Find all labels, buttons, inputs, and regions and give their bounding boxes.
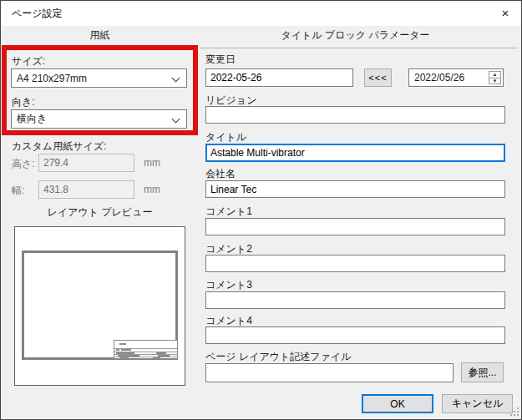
header-separator-right — [200, 48, 518, 48]
paper-size-select[interactable]: A4 210x297mm — [11, 68, 187, 88]
orientation-select[interactable]: 横向き — [11, 109, 187, 129]
comment3-input[interactable] — [205, 291, 505, 309]
comment1-label: コメント1 — [205, 205, 252, 219]
comment1-input[interactable] — [205, 218, 505, 235]
date-picker-value: 2022/05/26 — [414, 69, 464, 86]
header-separator-left — [6, 48, 196, 48]
orientation-label: 向き: — [12, 95, 35, 109]
width-unit-label: mm — [144, 184, 160, 195]
comment4-input[interactable] — [205, 326, 505, 344]
dialog-title: ページ設定 — [12, 1, 63, 26]
width-label: 幅: — [12, 184, 24, 198]
comment3-label: コメント3 — [205, 278, 252, 292]
layout-preview — [14, 226, 185, 386]
height-input — [38, 154, 134, 172]
layout-file-input[interactable] — [205, 363, 454, 382]
spin-up-button[interactable]: ▲ — [489, 72, 500, 78]
chevron-down-icon — [172, 115, 180, 124]
ok-button[interactable]: OK — [362, 394, 433, 413]
section-header-paper: 用紙 — [1, 28, 199, 43]
chevron-down-icon — [172, 74, 180, 83]
close-button[interactable]: × — [494, 3, 516, 23]
browse-button[interactable]: 参照... — [461, 362, 504, 382]
company-label: 会社名 — [205, 167, 236, 181]
date-picker[interactable]: 2022/05/26 ▲ ▼ — [408, 68, 504, 87]
issue-date-label: 変更日 — [205, 53, 236, 67]
spin-down-button[interactable]: ▼ — [489, 78, 500, 84]
comment2-input[interactable] — [205, 255, 505, 272]
title-input[interactable] — [205, 144, 505, 162]
preview-titleblock — [114, 340, 178, 359]
titlebar: ページ設定 × — [1, 1, 521, 26]
title-label: タイトル — [205, 130, 246, 144]
size-label: サイズ: — [12, 54, 45, 68]
revision-input[interactable] — [205, 106, 505, 124]
height-label: 高さ: — [12, 157, 35, 171]
copy-date-button[interactable]: <<< — [364, 68, 392, 87]
issue-date-input[interactable] — [205, 68, 353, 87]
height-unit-label: mm — [144, 157, 160, 169]
paper-size-value: A4 210x297mm — [17, 73, 87, 84]
resize-grip-icon[interactable] — [510, 407, 519, 416]
custom-size-label: カスタム用紙サイズ: — [12, 139, 106, 154]
page-settings-dialog: ページ設定 × 用紙 タイトル ブロック パラメーター サイズ: A4 210x… — [0, 0, 522, 420]
width-input — [38, 180, 134, 199]
close-icon: × — [502, 6, 509, 20]
company-input[interactable] — [205, 180, 505, 198]
section-header-title-block: タイトル ブロック パラメーター — [205, 28, 505, 43]
preview-label: レイアウト プレビュー — [1, 205, 199, 220]
date-spinner: ▲ ▼ — [489, 71, 501, 84]
layout-file-label: ページ レイアウト記述ファイル — [205, 350, 351, 364]
orientation-value: 横向き — [17, 112, 47, 126]
cancel-button[interactable]: キャンセル — [442, 394, 513, 413]
